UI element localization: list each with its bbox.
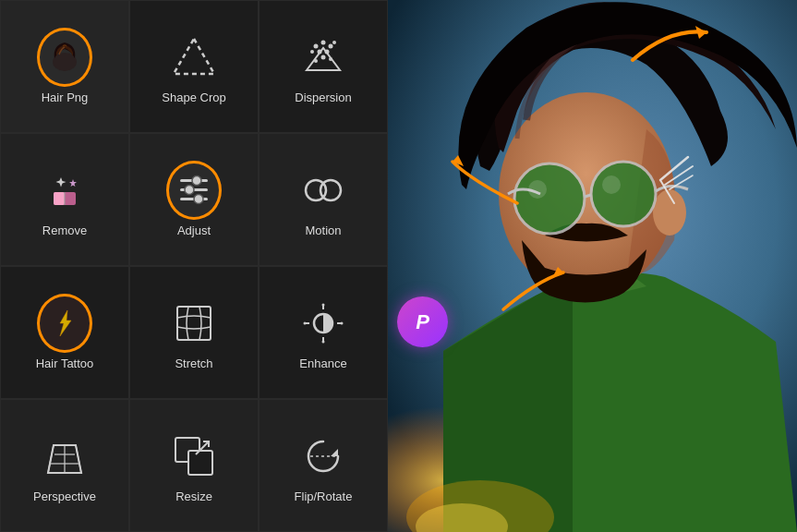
svg-point-48 (514, 163, 585, 234)
svg-point-8 (310, 50, 314, 54)
dispersion-label: Dispersion (295, 91, 351, 104)
svg-point-30 (322, 340, 325, 343)
photo-panel: P (388, 0, 797, 532)
remove-label: Remove (42, 224, 87, 237)
stretch-icon (166, 296, 222, 351)
svg-point-52 (602, 175, 621, 194)
dispersion-icon (296, 30, 351, 85)
hair-png-label: Hair Png (42, 91, 89, 104)
svg-line-50 (585, 195, 591, 197)
resize-label: Resize (175, 490, 212, 503)
motion-label: Motion (305, 224, 341, 237)
artwork-background: P (388, 0, 797, 532)
tool-flip-rotate[interactable]: Flip/Rotate (259, 399, 388, 532)
svg-point-3 (321, 40, 326, 44)
tool-resize[interactable]: Resize (129, 399, 259, 532)
hair-png-icon (37, 30, 92, 85)
svg-point-20 (194, 194, 203, 203)
hair-tattoo-label: Hair Tattoo (36, 357, 94, 370)
svg-rect-13 (54, 192, 65, 205)
tool-hair-tattoo[interactable]: Hair Tattoo (0, 266, 129, 399)
resize-icon (166, 429, 222, 484)
svg-rect-23 (177, 307, 211, 340)
picsart-logo[interactable]: P (397, 296, 448, 347)
tool-adjust[interactable]: Adjust (129, 133, 259, 266)
tool-motion[interactable]: Motion (259, 133, 388, 266)
perspective-icon (37, 429, 92, 484)
svg-point-2 (314, 43, 319, 48)
svg-line-34 (48, 445, 54, 473)
svg-point-9 (321, 54, 326, 59)
svg-point-22 (320, 180, 341, 200)
shape-crop-icon (166, 30, 222, 85)
tool-perspective[interactable]: Perspective (0, 399, 129, 532)
tool-hair-png[interactable]: Hair Png (0, 0, 129, 133)
svg-marker-1 (174, 39, 214, 74)
tools-panel: Hair Png Shape Crop (0, 0, 388, 532)
remove-icon (37, 163, 92, 218)
tool-stretch[interactable]: Stretch (129, 266, 259, 399)
flip-rotate-icon (296, 429, 351, 484)
svg-point-32 (341, 321, 344, 324)
stretch-label: Stretch (175, 357, 212, 370)
shape-crop-label: Shape Crop (162, 91, 225, 104)
svg-point-18 (192, 175, 201, 185)
svg-point-49 (591, 162, 656, 226)
enhance-icon (296, 296, 351, 351)
tool-remove[interactable]: Remove (0, 133, 129, 266)
svg-point-29 (322, 303, 325, 306)
tool-enhance[interactable]: Enhance (259, 266, 388, 399)
svg-point-31 (304, 321, 307, 324)
adjust-label: Adjust (177, 224, 211, 237)
svg-point-51 (528, 180, 547, 199)
hair-tattoo-icon (37, 296, 92, 351)
tool-shape-crop[interactable]: Shape Crop (129, 0, 259, 133)
perspective-label: Perspective (33, 490, 96, 503)
svg-rect-40 (188, 451, 212, 475)
svg-point-19 (185, 185, 194, 194)
artwork-svg (388, 0, 797, 532)
adjust-icon (166, 163, 222, 218)
tool-dispersion[interactable]: Dispersion (259, 0, 388, 133)
motion-icon (296, 163, 351, 218)
svg-point-4 (329, 43, 333, 48)
svg-point-7 (332, 41, 336, 44)
svg-point-0 (53, 53, 77, 71)
svg-marker-41 (331, 449, 338, 456)
flip-rotate-label: Flip/Rotate (295, 490, 353, 503)
enhance-label: Enhance (299, 357, 346, 370)
svg-line-35 (76, 445, 81, 473)
